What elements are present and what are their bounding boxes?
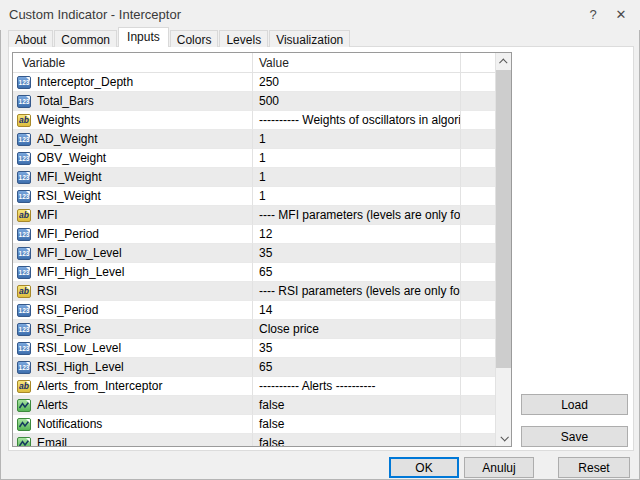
row-spacer: [461, 111, 495, 130]
variable-value[interactable]: 14: [253, 301, 461, 320]
row-variable-cell: 123RSI_Low_Level: [13, 339, 253, 358]
variable-value[interactable]: 65: [253, 358, 461, 377]
row-variable-cell: 123MFI_Weight: [13, 168, 253, 187]
column-header-variable: Variable: [13, 53, 253, 72]
row-variable-cell: abAlerts_from_Interceptor: [13, 377, 253, 396]
string-type-icon: ab: [17, 209, 31, 222]
table-row[interactable]: 123RSI_Period14: [13, 301, 495, 320]
variable-value[interactable]: ---------- Weights of oscillators in alg…: [253, 111, 461, 130]
table-row[interactable]: 123MFI_Low_Level35: [13, 244, 495, 263]
variable-name: Total_Bars: [37, 94, 94, 108]
variable-value[interactable]: ---------- Alerts ----------: [253, 377, 461, 396]
row-variable-cell: Email: [13, 434, 253, 446]
row-spacer: [461, 358, 495, 377]
variable-value[interactable]: 35: [253, 339, 461, 358]
table-row[interactable]: 123RSI_PriceClose price: [13, 320, 495, 339]
table-row[interactable]: 123OBV_Weight1: [13, 149, 495, 168]
table-row[interactable]: Emailfalse: [13, 434, 495, 446]
chevron-up-icon: [499, 58, 507, 66]
column-header-value: Value: [253, 53, 461, 72]
variable-value[interactable]: 35: [253, 244, 461, 263]
tab-about[interactable]: About: [8, 30, 53, 47]
row-spacer: [461, 73, 495, 92]
variable-value[interactable]: 1: [253, 149, 461, 168]
variable-value[interactable]: 500: [253, 92, 461, 111]
table-row[interactable]: 123RSI_High_Level65: [13, 358, 495, 377]
scroll-down-button[interactable]: [496, 429, 511, 446]
row-spacer: [461, 206, 495, 225]
boolean-type-icon: [17, 437, 31, 447]
numeric-type-icon: 123: [17, 228, 31, 241]
variable-name: RSI_Price: [37, 322, 91, 336]
scrollbar-thumb[interactable]: [496, 70, 511, 368]
row-spacer: [461, 320, 495, 339]
row-spacer: [461, 263, 495, 282]
cancel-button[interactable]: Anuluj: [464, 457, 534, 478]
tab-inputs[interactable]: Inputs: [118, 27, 169, 47]
table-row[interactable]: Alertsfalse: [13, 396, 495, 415]
reset-button[interactable]: Reset: [558, 457, 630, 478]
variable-value[interactable]: 1: [253, 168, 461, 187]
table-row[interactable]: 123RSI_Low_Level35: [13, 339, 495, 358]
scroll-up-button[interactable]: [496, 53, 511, 70]
row-spacer: [461, 187, 495, 206]
tab-levels[interactable]: Levels: [219, 30, 268, 47]
tab-bar: About Common Inputs Colors Levels Visual…: [8, 29, 351, 47]
variable-value[interactable]: 65: [253, 263, 461, 282]
numeric-type-icon: 123: [17, 95, 31, 108]
tab-visualization[interactable]: Visualization: [269, 30, 350, 47]
variable-value[interactable]: false: [253, 415, 461, 434]
row-variable-cell: 123RSI_Price: [13, 320, 253, 339]
row-spacer: [461, 339, 495, 358]
ok-button[interactable]: OK: [389, 457, 459, 478]
variable-value[interactable]: ---- MFI parameters (levels are only for…: [253, 206, 461, 225]
variable-name: RSI_Weight: [37, 189, 101, 203]
variable-value[interactable]: 1: [253, 187, 461, 206]
table-row[interactable]: Notificationsfalse: [13, 415, 495, 434]
table-row[interactable]: 123Total_Bars500: [13, 92, 495, 111]
chevron-down-icon: [500, 433, 508, 441]
table-row[interactable]: 123MFI_Weight1: [13, 168, 495, 187]
row-spacer: [461, 168, 495, 187]
table-row[interactable]: abWeights---------- Weights of oscillato…: [13, 111, 495, 130]
numeric-type-icon: 123: [17, 133, 31, 146]
help-button[interactable]: ?: [578, 0, 608, 28]
variable-value[interactable]: false: [253, 396, 461, 415]
row-variable-cell: 123RSI_Period: [13, 301, 253, 320]
vertical-scrollbar[interactable]: [495, 53, 511, 446]
table-row[interactable]: 123Interceptor_Depth250: [13, 73, 495, 92]
tab-colors[interactable]: Colors: [170, 30, 219, 47]
variable-value[interactable]: 1: [253, 130, 461, 149]
save-button[interactable]: Save: [521, 426, 628, 447]
numeric-type-icon: 123: [17, 361, 31, 374]
variable-name: MFI_Weight: [37, 170, 101, 184]
row-spacer: [461, 92, 495, 111]
variable-name: Notifications: [37, 417, 102, 431]
row-variable-cell: abRSI: [13, 282, 253, 301]
variable-name: Email: [37, 436, 67, 446]
table-row[interactable]: abRSI---- RSI parameters (levels are onl…: [13, 282, 495, 301]
variable-value[interactable]: Close price: [253, 320, 461, 339]
string-type-icon: ab: [17, 114, 31, 127]
table-row[interactable]: 123RSI_Weight1: [13, 187, 495, 206]
variable-value[interactable]: 250: [253, 73, 461, 92]
close-icon: ✕: [616, 7, 627, 22]
close-button[interactable]: ✕: [606, 0, 636, 28]
table-row[interactable]: 123AD_Weight1: [13, 130, 495, 149]
row-variable-cell: 123MFI_Period: [13, 225, 253, 244]
parameters-table: Variable Value 123Interceptor_Depth25012…: [12, 52, 512, 447]
table-row[interactable]: abMFI---- MFI parameters (levels are onl…: [13, 206, 495, 225]
tab-common[interactable]: Common: [54, 30, 117, 47]
variable-name: RSI: [37, 284, 57, 298]
variable-value[interactable]: ---- RSI parameters (levels are only for…: [253, 282, 461, 301]
row-spacer: [461, 130, 495, 149]
row-variable-cell: 123OBV_Weight: [13, 149, 253, 168]
table-row[interactable]: 123MFI_Period12: [13, 225, 495, 244]
variable-value[interactable]: false: [253, 434, 461, 446]
load-button[interactable]: Load: [521, 394, 628, 415]
numeric-type-icon: 123: [17, 342, 31, 355]
variable-value[interactable]: 12: [253, 225, 461, 244]
row-spacer: [461, 149, 495, 168]
table-row[interactable]: abAlerts_from_Interceptor---------- Aler…: [13, 377, 495, 396]
table-row[interactable]: 123MFI_High_Level65: [13, 263, 495, 282]
